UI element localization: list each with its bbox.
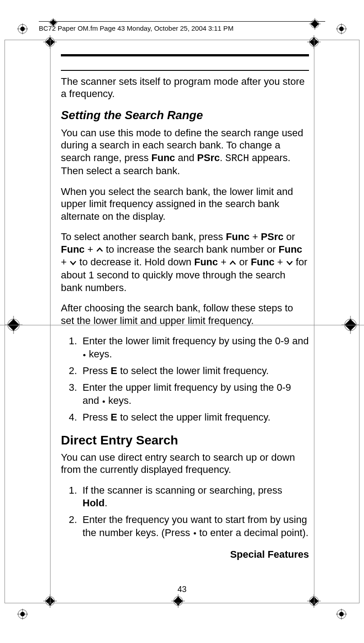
- registration-mark: [17, 23, 28, 34]
- list-item: Press E to select the upper limit freque…: [80, 411, 309, 424]
- list-item: Press E to select the lower limit freque…: [80, 365, 309, 378]
- ordered-list: Enter the lower limit frequency by using…: [61, 335, 309, 424]
- body-paragraph: To select another search bank, press Fun…: [61, 231, 309, 294]
- list-item: Enter the frequency you want to start fr…: [80, 513, 309, 540]
- body-paragraph: You can use direct entry search to searc…: [61, 451, 309, 476]
- intro-paragraph: The scanner sets itself to program mode …: [61, 75, 309, 100]
- up-arrow-icon: [229, 256, 236, 268]
- rule-thick: [61, 54, 309, 56]
- body-paragraph: When you select the search bank, the low…: [61, 185, 309, 223]
- body-paragraph: You can use this mode to define the sear…: [61, 127, 309, 177]
- list-item: Enter the lower limit frequency by using…: [80, 335, 309, 361]
- down-arrow-icon: [286, 256, 293, 268]
- section-heading: Setting the Search Range: [61, 108, 309, 122]
- svg-point-45: [194, 532, 196, 535]
- down-arrow-icon: [69, 256, 77, 268]
- dot-icon: [193, 526, 197, 539]
- svg-point-44: [102, 400, 105, 402]
- dot-icon: [102, 394, 106, 407]
- body-paragraph: After choosing the search bank, follow t…: [61, 302, 309, 327]
- svg-point-43: [83, 354, 86, 356]
- registration-mark: [336, 23, 347, 34]
- dot-icon: [83, 347, 86, 361]
- rule-thin: [61, 70, 309, 71]
- section-heading: Direct Entry Search: [61, 433, 309, 448]
- frame-header: BC72 Paper OM.fm Page 43 Monday, October…: [39, 21, 325, 32]
- page-number: 43: [0, 585, 364, 594]
- running-footer: Special Features: [61, 549, 309, 560]
- registration-mark: [336, 609, 347, 620]
- up-arrow-icon: [96, 243, 103, 255]
- ordered-list: If the scanner is scanning or searching,…: [61, 484, 309, 540]
- registration-mark: [17, 609, 28, 620]
- list-item: Enter the upper limit frequency by using…: [80, 381, 309, 407]
- list-item: If the scanner is scanning or searching,…: [80, 484, 309, 510]
- page-content: The scanner sets itself to program mode …: [61, 54, 309, 560]
